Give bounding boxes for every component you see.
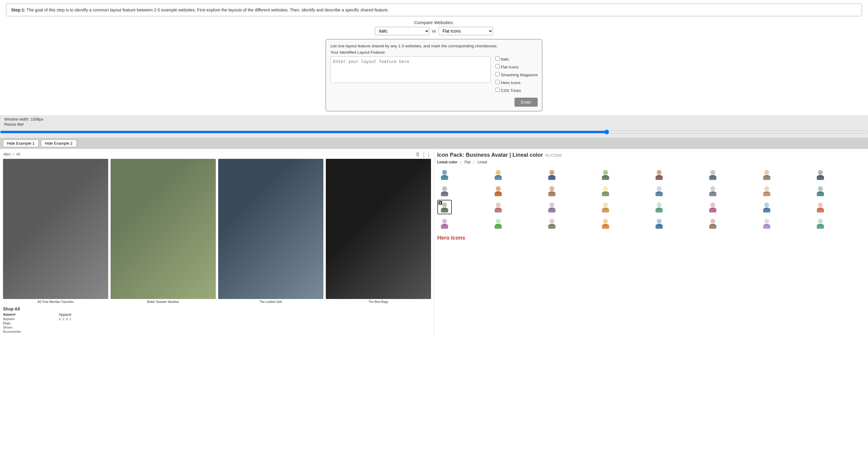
icon-cell[interactable] xyxy=(437,184,452,198)
compare-section: Compare Websites: Italic Flat Icons Hero… xyxy=(0,20,868,35)
svg-point-90 xyxy=(764,219,769,224)
sidebar-item-accessories[interactable]: Accessories xyxy=(3,330,30,334)
svg-rect-20 xyxy=(765,175,769,177)
icon-cell[interactable] xyxy=(652,216,666,230)
icon-cell[interactable] xyxy=(437,167,452,182)
product-image xyxy=(218,159,323,299)
icon-cell[interactable] xyxy=(491,184,505,198)
icons-grid: ■ xyxy=(437,167,865,230)
icon-cell[interactable] xyxy=(706,216,720,230)
product-label: The Best Bags xyxy=(326,300,431,304)
product-card[interactable]: All-Time Member Favorites xyxy=(3,159,108,304)
svg-point-33 xyxy=(603,186,608,191)
checkbox-italic-input[interactable] xyxy=(495,56,500,61)
checkbox-italic[interactable]: Italic xyxy=(495,56,538,62)
icon-cell[interactable] xyxy=(545,216,559,230)
icon-cell[interactable] xyxy=(760,167,774,182)
checkbox-flat-icons[interactable]: Flat Icons xyxy=(495,64,538,69)
icon-cell[interactable] xyxy=(813,167,828,182)
svg-point-6 xyxy=(550,170,554,175)
svg-point-63 xyxy=(710,202,715,208)
grid-view-icon[interactable]: ⠿ xyxy=(416,152,420,158)
checkbox-css-tricks[interactable]: CSS Tricks xyxy=(495,88,538,93)
icon-cell[interactable] xyxy=(598,167,613,182)
icon-cell[interactable] xyxy=(437,216,452,230)
checkbox-smashing-label: Smashing Magazine xyxy=(501,73,538,77)
checkbox-smashing-input[interactable] xyxy=(495,72,500,76)
sub-product-img[interactable] xyxy=(66,318,68,320)
icon-cell[interactable] xyxy=(545,184,559,198)
shop-all-heading: Shop All xyxy=(3,307,431,311)
sub-grid: Apparel xyxy=(59,313,71,334)
icon-cell[interactable] xyxy=(491,216,505,230)
icon-cell[interactable] xyxy=(706,200,720,214)
icon-cell[interactable] xyxy=(760,200,774,214)
sidebar-item-shoes[interactable]: Shoes xyxy=(3,325,30,329)
svg-point-12 xyxy=(657,170,661,175)
sidebar-item-apparel[interactable]: Apparel xyxy=(3,317,30,321)
filter-lineal-color[interactable]: Lineal color xyxy=(437,160,458,164)
svg-point-57 xyxy=(603,202,608,208)
svg-rect-62 xyxy=(657,208,661,210)
vs-label: vs xyxy=(432,29,436,33)
nav-men: Men xyxy=(4,152,10,156)
svg-rect-86 xyxy=(657,224,661,226)
icon-cell[interactable] xyxy=(652,200,666,214)
svg-point-69 xyxy=(818,202,823,208)
icon-cell[interactable] xyxy=(545,200,559,214)
enter-button[interactable]: Enter xyxy=(515,98,538,107)
nav-all: All xyxy=(16,152,20,156)
filter-flat[interactable]: Flat xyxy=(464,160,470,164)
checkbox-smashing[interactable]: Smashing Magazine xyxy=(495,72,538,77)
product-card[interactable]: The Best Bags xyxy=(326,159,431,304)
svg-rect-80 xyxy=(550,224,554,226)
list-view-icon[interactable]: ⋮⋮ xyxy=(421,152,431,158)
checkbox-css-tricks-input[interactable] xyxy=(495,88,500,92)
svg-rect-53 xyxy=(496,208,500,210)
checkbox-hero-icons[interactable]: Hero Icons xyxy=(495,80,538,85)
icon-cell-checkbox[interactable]: ■ xyxy=(437,200,452,214)
compare-row: Italic Flat Icons Hero Icons Smashing Ma… xyxy=(0,27,868,35)
sidebar-item-bags[interactable]: Bags xyxy=(3,321,30,325)
icon-cell[interactable] xyxy=(491,200,505,214)
product-label: The Leather Edit xyxy=(218,300,323,304)
hide-example1-button[interactable]: Hide Example 1 xyxy=(3,139,38,147)
sub-product-img[interactable] xyxy=(70,318,71,320)
icon-cell[interactable] xyxy=(545,167,559,182)
checkbox-hero-icons-input[interactable] xyxy=(495,80,500,84)
icon-cell[interactable] xyxy=(813,200,828,214)
checkbox-italic-label: Italic xyxy=(501,57,509,62)
feature-label: Your Identified Layout Feature: xyxy=(330,50,538,55)
icon-cell[interactable] xyxy=(652,184,666,198)
filter-lineal[interactable]: Lineal xyxy=(477,160,487,164)
website-dropdown-2[interactable]: Italic Flat Icons Hero Icons Smashing Ma… xyxy=(438,27,493,35)
product-card[interactable]: Better Sweater Weather xyxy=(111,159,216,304)
icon-cell[interactable] xyxy=(598,184,613,198)
product-grid: All-Time Member Favorites Better Sweater… xyxy=(3,159,431,304)
icon-cell[interactable] xyxy=(760,216,774,230)
svg-rect-47 xyxy=(818,191,823,193)
sub-product-img[interactable] xyxy=(59,318,61,320)
checkbox-flat-icons-input[interactable] xyxy=(495,64,500,68)
icon-cell[interactable] xyxy=(760,184,774,198)
icon-cell[interactable] xyxy=(813,184,828,198)
icon-cell[interactable] xyxy=(598,216,613,230)
website-dropdown-1[interactable]: Italic Flat Icons Hero Icons Smashing Ma… xyxy=(375,27,430,35)
icon-cell[interactable] xyxy=(652,167,666,182)
icon-cell[interactable] xyxy=(491,167,505,182)
sub-product-img[interactable] xyxy=(62,318,64,320)
product-card[interactable]: The Leather Edit xyxy=(218,159,323,304)
svg-rect-65 xyxy=(711,208,715,210)
hide-example2-button[interactable]: Hide Example 2 xyxy=(41,139,76,147)
svg-rect-74 xyxy=(442,224,447,226)
hero-icons-label: Hero Icons xyxy=(437,235,865,241)
icon-cell[interactable] xyxy=(813,216,828,230)
icon-cell[interactable] xyxy=(706,184,720,198)
icon-cell[interactable] xyxy=(598,200,613,214)
svg-rect-29 xyxy=(496,191,500,193)
feature-textarea[interactable] xyxy=(330,56,491,83)
window-width: Window width: 1008px xyxy=(4,117,864,122)
icon-cell[interactable] xyxy=(706,167,720,182)
resize-slider[interactable] xyxy=(0,130,868,134)
window-info: Window width: 1008px Resize Me! xyxy=(0,115,868,128)
